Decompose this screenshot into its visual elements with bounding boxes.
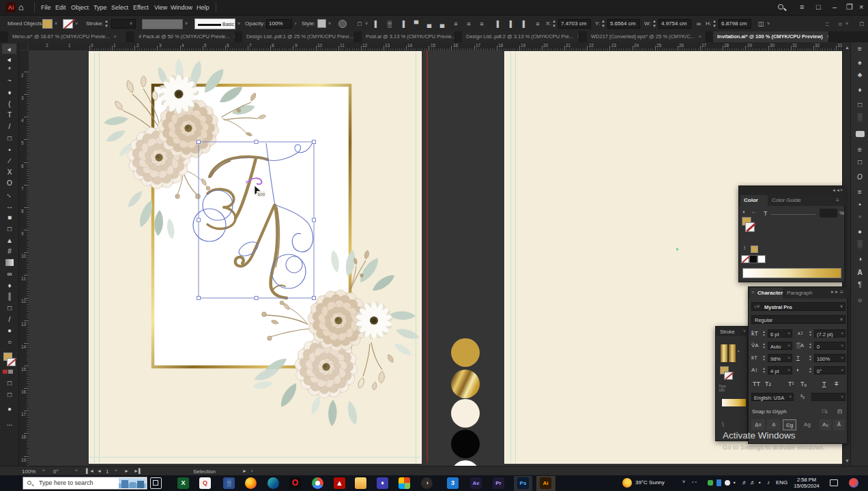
svg-text:100: 100: [258, 192, 265, 196]
